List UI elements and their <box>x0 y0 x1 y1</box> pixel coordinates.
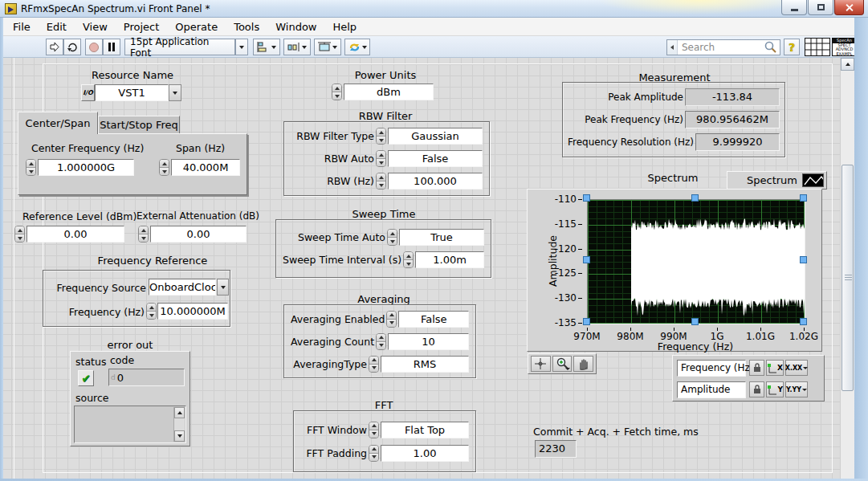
menu-project[interactable]: Project <box>116 19 167 35</box>
cursor-tool-button[interactable] <box>531 356 551 372</box>
x-autoscale-button[interactable]: X <box>766 360 784 376</box>
x-format-button[interactable]: X.XX <box>785 360 808 376</box>
averaging-count-field[interactable]: 10 <box>388 333 469 350</box>
resource-dropdown-button[interactable] <box>169 84 181 101</box>
panel-vertical-scrollbar[interactable] <box>840 58 854 481</box>
frequency-source-dropdown[interactable] <box>217 279 229 296</box>
rbw-hz-field[interactable]: 100.000 <box>388 173 483 190</box>
selection-handle[interactable] <box>800 194 807 202</box>
reorder-button[interactable] <box>344 39 370 55</box>
menu-view[interactable]: View <box>75 19 116 35</box>
power-units-field[interactable]: dBm <box>344 84 434 100</box>
resize-objects-button[interactable] <box>314 39 341 55</box>
scroll-up-button[interactable] <box>841 58 854 71</box>
fft-padding-field[interactable]: 1.00 <box>381 445 469 462</box>
y-scale-name-field[interactable]: Amplitude <box>677 381 746 398</box>
averaging-count-row: Averaging Count 10 <box>291 333 469 350</box>
averaging-type-field[interactable]: RMS <box>381 356 469 373</box>
selection-handle[interactable] <box>583 194 590 202</box>
reference-level-field[interactable]: 0.00 <box>26 226 124 243</box>
error-source-field[interactable] <box>74 406 186 443</box>
averaging-count-spinner[interactable] <box>376 333 386 350</box>
fft-window-spinner[interactable] <box>369 422 379 438</box>
search-history-button[interactable] <box>667 40 678 55</box>
rbw-filter-type-spinner[interactable] <box>376 128 386 145</box>
span-field[interactable]: 40.000M <box>171 159 240 176</box>
error-status-indicator[interactable]: ✔ <box>78 370 94 386</box>
menu-file[interactable]: File <box>5 19 39 35</box>
x-scale-name-field[interactable]: Frequency (Hz) <box>677 360 746 377</box>
run-continuous-button[interactable] <box>63 39 81 55</box>
align-objects-button[interactable] <box>253 39 280 55</box>
zoom-tool-button[interactable] <box>552 356 573 372</box>
tab-center-span[interactable]: Center/Span <box>18 112 98 134</box>
selection-handle[interactable] <box>691 318 699 325</box>
frequency-hz-spinner[interactable] <box>146 303 157 320</box>
frequency-hz-field[interactable]: 10.000000M <box>157 303 228 320</box>
run-button[interactable] <box>46 39 63 55</box>
distribute-objects-button[interactable] <box>283 39 311 55</box>
x-axis-label: Frequency (Hz) <box>639 340 752 353</box>
abort-button[interactable] <box>85 39 103 55</box>
rbw-hz-label: RBW (Hz) <box>291 175 374 187</box>
plot-area[interactable] <box>587 199 805 324</box>
external-attenuation-field[interactable]: 0.00 <box>150 226 247 243</box>
sweep-time-auto-field[interactable]: True <box>399 229 484 246</box>
center-frequency-field[interactable]: 1.000000G <box>38 159 134 176</box>
selection-handle[interactable] <box>691 194 699 202</box>
font-selector-dropdown[interactable] <box>235 39 248 55</box>
averaging-type-spinner[interactable] <box>369 356 379 373</box>
scroll-up-button[interactable] <box>174 407 185 418</box>
selection-handle[interactable] <box>800 256 807 263</box>
graph-legend[interactable]: Spectrum <box>727 171 827 190</box>
external-attenuation-spinner[interactable] <box>138 226 149 243</box>
scroll-down-button[interactable] <box>174 430 185 442</box>
y-scale-lock-button[interactable] <box>749 381 764 397</box>
rbw-auto-field[interactable]: False <box>388 150 483 167</box>
selection-handle[interactable] <box>800 318 807 325</box>
fft-padding-spinner[interactable] <box>369 445 379 462</box>
error-code-field[interactable]: d 0 <box>108 369 185 386</box>
y-autoscale-button[interactable]: Y <box>766 381 784 397</box>
y-tick: -120 <box>547 243 582 255</box>
menu-help[interactable]: Help <box>324 19 365 35</box>
help-button[interactable]: ? <box>784 39 800 55</box>
rbw-filter-type-field[interactable]: Gaussian <box>388 128 483 145</box>
maximize-button[interactable] <box>808 0 833 15</box>
span-spinner[interactable] <box>159 159 169 176</box>
resource-name-field[interactable]: VST1 <box>95 84 169 101</box>
sweep-time-interval-field[interactable]: 1.00m <box>415 251 484 268</box>
reference-level-spinner[interactable] <box>14 226 25 243</box>
sweep-time-interval-spinner[interactable] <box>403 251 414 268</box>
rbw-auto-spinner[interactable] <box>376 150 386 167</box>
menu-window[interactable]: Window <box>267 19 324 35</box>
title-bar[interactable]: RFmxSpecAn Spectrum.vi Front Panel * <box>0 0 868 18</box>
menu-edit[interactable]: Edit <box>39 19 75 35</box>
tab-start-stop-freq[interactable]: Start/Stop Freq <box>98 116 180 134</box>
source-scrollbar[interactable] <box>173 407 185 442</box>
sweep-time-auto-spinner[interactable] <box>387 229 397 246</box>
menu-tools[interactable]: Tools <box>226 19 267 35</box>
close-button[interactable] <box>834 0 864 15</box>
pause-button[interactable] <box>103 39 120 55</box>
selection-handle[interactable] <box>583 318 590 325</box>
rbw-hz-spinner[interactable] <box>376 173 386 190</box>
selection-handle[interactable] <box>583 256 590 263</box>
menu-operate[interactable]: Operate <box>167 19 226 35</box>
search-box[interactable]: Search <box>666 39 780 55</box>
power-units-spinner[interactable] <box>332 84 342 100</box>
fft-window-field[interactable]: Flat Top <box>381 422 469 438</box>
minimize-button[interactable] <box>781 0 807 15</box>
y-format-button[interactable]: Y.YY <box>785 381 808 397</box>
averaging-enabled-field[interactable]: False <box>398 311 469 328</box>
vi-specan-icon: SpecAn SPECT ADVNCD EXAMPL <box>832 38 857 56</box>
scrollbar-thumb[interactable] <box>842 165 854 391</box>
pan-tool-button[interactable] <box>573 356 593 372</box>
x-scale-lock-button[interactable] <box>749 360 764 376</box>
frequency-source-field[interactable]: OnboardClock <box>149 279 216 296</box>
center-frequency-spinner[interactable] <box>26 159 36 176</box>
font-selector[interactable]: 15pt Application Font <box>124 39 235 55</box>
averaging-enabled-spinner[interactable] <box>386 311 397 328</box>
search-input[interactable]: Search <box>678 42 764 53</box>
align-objects-icon <box>257 42 270 52</box>
